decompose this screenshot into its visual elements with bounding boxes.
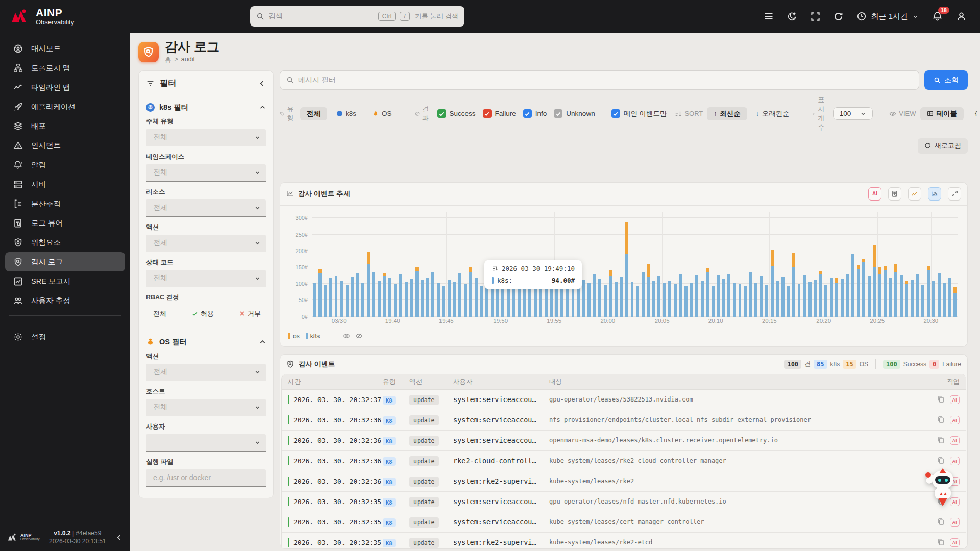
row-ai-button[interactable]: AI — [950, 416, 960, 424]
legend-show-all-icon[interactable] — [342, 332, 350, 340]
table-row[interactable]: 2026. 03. 30. 20:32:36K8updaterke2-cloud… — [282, 451, 966, 471]
x-axis-tick: 20:10 — [708, 318, 723, 324]
filter-select[interactable]: 전체 — [146, 399, 266, 416]
legend-hide-all-icon[interactable] — [355, 332, 363, 340]
chart-bar — [393, 212, 398, 317]
chart-bars-region[interactable] — [312, 212, 958, 317]
view-table-button[interactable]: 테이블 — [920, 107, 964, 120]
view-raw-button[interactable]: { } Raw — [968, 108, 980, 119]
time-range-selector[interactable]: 최근 1시간 — [856, 11, 919, 21]
result-checkbox-Info[interactable]: Info — [523, 109, 547, 118]
bar-segment-k8s — [765, 285, 768, 317]
sidebar-item-sre-report[interactable]: SRE 보고서 — [5, 271, 125, 291]
sidebar-item-incident[interactable]: 인시던트 — [5, 136, 125, 155]
row-ai-button[interactable]: AI — [950, 436, 960, 445]
sort-chip-최신순[interactable]: ↑최신순 — [707, 107, 747, 120]
type-chip-전체[interactable]: 전체 — [300, 107, 327, 120]
chevron-up-icon[interactable] — [259, 104, 266, 111]
refresh-button[interactable]: 새로고침 — [918, 138, 968, 154]
copy-icon[interactable] — [937, 395, 945, 404]
sidebar-item-settings[interactable]: 설정 — [5, 327, 125, 346]
copy-icon[interactable] — [937, 457, 945, 465]
filter-select[interactable]: 전체 — [146, 235, 266, 252]
table-row[interactable]: 2026. 03. 30. 20:32:35K8updatesystem:ser… — [282, 492, 966, 512]
os-filter-header[interactable]: OS 필터 — [146, 337, 266, 347]
sidebar-item-audit[interactable]: 감사 로그 — [5, 252, 125, 271]
table-row[interactable]: 2026. 03. 30. 20:32:36K8updatesystem:ser… — [282, 410, 966, 431]
sidebar-item-application[interactable]: 애플리케이션 — [5, 97, 125, 116]
k8s-filter-header[interactable]: ☸ k8s 필터 — [146, 103, 266, 112]
chart-log-search-button[interactable] — [888, 187, 901, 201]
copy-icon[interactable] — [937, 416, 945, 424]
row-ai-button[interactable]: AI — [950, 538, 960, 547]
sort-chip-오래된순[interactable]: ↓오래된순 — [749, 107, 796, 120]
display-count-select[interactable]: 100 — [833, 107, 873, 120]
filter-text-input[interactable]: e.g. /usr or docker — [146, 469, 266, 487]
table-row[interactable]: 2026. 03. 30. 20:32:36K8updatesystem:rke… — [282, 471, 966, 492]
bar-segment-k8s — [431, 272, 434, 316]
sidebar-item-alarm[interactable]: 알림 — [5, 155, 125, 174]
filter-collapse-icon[interactable] — [258, 80, 266, 87]
row-ai-button[interactable]: AI — [950, 518, 960, 527]
main-events-only-checkbox[interactable]: 메인 이벤트만 — [611, 109, 667, 118]
table-row[interactable]: 2026. 03. 30. 20:32:35K8updatesystem:rke… — [282, 533, 966, 548]
copy-icon[interactable] — [937, 436, 945, 445]
type-chip-OS[interactable]: OS — [366, 108, 399, 119]
chart-bar — [673, 212, 678, 317]
app-logo[interactable]: AINP Observability — [0, 7, 130, 26]
row-ai-button[interactable]: AI — [950, 395, 960, 404]
result-checkbox-Success[interactable]: Success — [437, 109, 476, 118]
chart-bar-view-button[interactable] — [928, 187, 941, 201]
table-row[interactable]: 2026. 03. 30. 20:32:35K8updatesystem:ser… — [282, 512, 966, 533]
caret-down-icon — [254, 240, 261, 246]
legend-item-k8s[interactable]: k8s — [306, 333, 320, 340]
fullscreen-icon[interactable] — [811, 12, 820, 21]
row-ai-button[interactable]: AI — [950, 457, 960, 465]
filter-select[interactable]: 전체 — [146, 164, 266, 182]
chevron-up-icon[interactable] — [259, 339, 266, 345]
notification-bell-icon[interactable]: 18 — [932, 11, 943, 22]
sidebar-item-trace[interactable]: 분산추적 — [5, 194, 125, 213]
type-chip-k8s[interactable]: k8s — [330, 108, 363, 119]
rbac-option-거부[interactable]: 거부 — [239, 309, 261, 318]
sidebar-item-timeline[interactable]: 타임라인 맵 — [5, 78, 125, 97]
copy-icon[interactable] — [937, 538, 945, 547]
menu-icon[interactable] — [764, 11, 774, 21]
table-row[interactable]: 2026. 03. 30. 20:32:37K8updatesystem:ser… — [282, 390, 966, 410]
sidebar-item-log-viewer[interactable]: 로그 뷰어 — [5, 213, 125, 233]
sidebar-item-risk[interactable]: 위험요소 — [5, 233, 125, 252]
dark-mode-icon[interactable] — [787, 11, 797, 21]
query-button[interactable]: 조회 — [924, 70, 968, 90]
trend-chart-plot[interactable]: 2026-03-30 19:49:10 k8s: 94.00# 0#50#100… — [285, 212, 960, 317]
copy-icon[interactable] — [937, 518, 945, 527]
message-filter-input[interactable]: 메시지 필터 — [280, 70, 919, 90]
filter-select[interactable]: 전체 — [146, 270, 266, 287]
filter-select[interactable]: 전체 — [146, 129, 266, 146]
rbac-option-전체[interactable]: 전체 — [153, 309, 166, 318]
filter-select[interactable]: 전체 — [146, 199, 266, 217]
sidebar-item-deploy[interactable]: 배포 — [5, 116, 125, 136]
result-checkbox-Unknown[interactable]: Unknown — [554, 109, 595, 118]
sidebar-item-server[interactable]: 서버 — [5, 174, 125, 194]
result-checkbox-Failure[interactable]: Failure — [483, 109, 516, 118]
select-value: 전체 — [153, 403, 254, 412]
chart-bar — [441, 212, 447, 317]
table-row[interactable]: 2026. 03. 30. 20:32:36K8updatesystem:ser… — [282, 431, 966, 451]
refresh-icon[interactable] — [834, 12, 843, 21]
global-search-input[interactable]: 검색 Ctrl / 키를 눌러 검색 — [250, 6, 464, 27]
legend-item-os[interactable]: os — [288, 333, 300, 340]
rbac-option-허용[interactable]: 허용 — [192, 309, 214, 318]
ai-assistant-mascot[interactable]: ▲▲ — [928, 467, 959, 511]
bar-segment-os — [706, 268, 709, 272]
filter-select[interactable]: 전체 — [146, 364, 266, 381]
chart-expand-button[interactable] — [948, 187, 961, 201]
sidebar-item-users[interactable]: 사용자 추정 — [5, 291, 125, 310]
breadcrumb-home[interactable]: 홈 — [165, 56, 172, 64]
filter-select[interactable] — [146, 434, 266, 452]
sidebar-item-topology[interactable]: 토폴로지 맵 — [5, 58, 125, 78]
sidebar-item-dashboard[interactable]: 대시보드 — [5, 39, 125, 58]
profile-icon[interactable] — [956, 11, 967, 22]
sidebar-collapse-icon[interactable] — [115, 534, 123, 541]
chart-ai-button[interactable]: AI — [868, 187, 881, 201]
chart-line-view-button[interactable] — [908, 187, 921, 201]
